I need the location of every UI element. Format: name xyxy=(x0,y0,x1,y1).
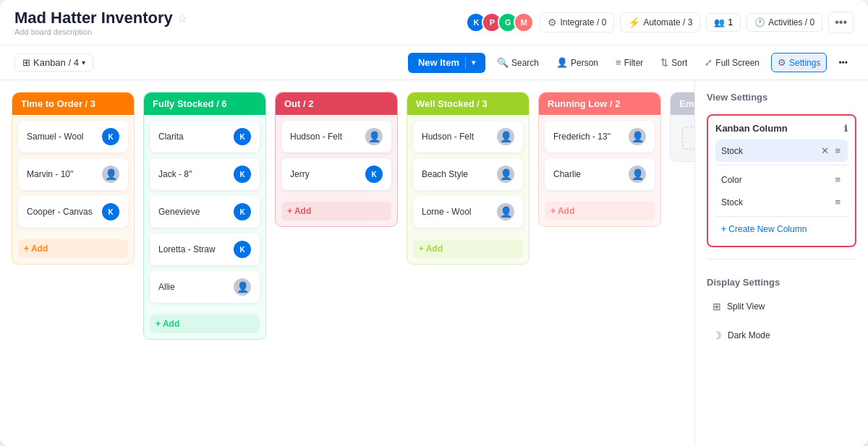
split-view-button[interactable]: ⊞ Split View xyxy=(707,296,856,317)
column-body-time-to-order: Samuel - Wool K Marvin - 10" 👤 Cooper - … xyxy=(12,115,134,233)
card-lorne-wool[interactable]: Lorne - Wool 👤 xyxy=(413,196,523,228)
card-beach-style[interactable]: Beach Style 👤 xyxy=(413,158,523,190)
star-icon[interactable]: ☆ xyxy=(177,12,187,25)
column-item-actions: ≡ xyxy=(833,195,842,209)
card-name: Charlie xyxy=(553,169,629,179)
column-empty: Empty / 0 + Add xyxy=(670,92,694,162)
activities-button[interactable]: 🕐 Activities / 0 xyxy=(746,13,822,32)
card-name: Frederich - 13" xyxy=(553,132,629,142)
separator xyxy=(707,259,856,260)
card-charlie[interactable]: Charlie 👤 xyxy=(545,158,655,190)
sort-button[interactable]: ⇅ Sort xyxy=(655,53,693,72)
separator xyxy=(715,165,848,166)
column-item-actions: ≡ xyxy=(833,173,842,186)
board-description[interactable]: Add board description xyxy=(14,27,457,36)
card-jack[interactable]: Jack - 8" K xyxy=(150,158,260,190)
column-item-stock-2[interactable]: Stock ≡ xyxy=(715,191,848,213)
column-header-time-to-order: Time to Order / 3 xyxy=(12,93,134,115)
search-icon: 🔍 xyxy=(497,57,509,68)
column-body-running-low: Frederich - 13" 👤 Charlie 👤 xyxy=(539,115,660,196)
people-button[interactable]: 👥 1 xyxy=(706,13,741,32)
add-card-button[interactable]: + Add xyxy=(413,239,523,258)
integrate-button[interactable]: ⚙ Integrate / 0 xyxy=(540,12,614,33)
column-title: Well Stocked / 3 xyxy=(416,98,488,109)
toolbar: ⊞ Kanban / 4 ▾ New Item ▾ 🔍 Search 👤 Per… xyxy=(0,46,868,80)
settings-panel: View Settings Kanban Column ℹ Stock ✕ ≡ … xyxy=(694,80,868,446)
column-header-out: Out / 2 xyxy=(276,93,397,115)
add-card-button[interactable]: + Add xyxy=(281,202,391,220)
page-title: Mad Hatter Inventory xyxy=(14,9,173,27)
header-more-button[interactable]: ••• xyxy=(828,12,854,33)
card-samuel-wool[interactable]: Samuel - Wool K xyxy=(18,121,128,153)
drag-handle-icon[interactable]: ≡ xyxy=(833,173,842,186)
column-header-fully-stocked: Fully Stocked / 6 xyxy=(144,93,265,115)
board-area: Time to Order / 3 Samuel - Wool K Marvin… xyxy=(0,80,868,446)
filter-button[interactable]: ≡ Filter xyxy=(610,53,649,72)
column-item-name: Stock xyxy=(721,197,833,207)
header: Mad Hatter Inventory ☆ Add board descrip… xyxy=(0,0,868,46)
drag-handle-icon[interactable]: ≡ xyxy=(833,195,842,209)
card-name: Loretta - Straw xyxy=(158,244,234,254)
automate-icon: ⚡ xyxy=(628,17,640,28)
split-view-icon: ⊞ xyxy=(712,301,721,312)
column-item-name: Color xyxy=(721,175,833,185)
automate-button[interactable]: ⚡ Automate / 3 xyxy=(620,12,700,33)
new-item-button[interactable]: New Item ▾ xyxy=(408,53,485,73)
card-allie[interactable]: Allie 👤 xyxy=(150,271,260,303)
avatar: K xyxy=(365,166,383,183)
column-time-to-order: Time to Order / 3 Samuel - Wool K Marvin… xyxy=(12,92,135,265)
card-name: Jerry xyxy=(290,169,365,179)
add-card-button[interactable]: + Add xyxy=(545,202,655,220)
avatar: K xyxy=(102,203,119,220)
avatar: 👤 xyxy=(497,128,514,145)
card-loretta-straw[interactable]: Loretta - Straw K xyxy=(150,233,260,265)
search-button[interactable]: 🔍 Search xyxy=(491,53,545,72)
person-button[interactable]: 👤 Person xyxy=(550,53,604,72)
card-hudson-felt-well[interactable]: Hudson - Felt 👤 xyxy=(413,121,523,153)
toolbar-more-button[interactable]: ••• xyxy=(833,54,854,72)
card-name: Samuel - Wool xyxy=(27,132,102,142)
avatar: K xyxy=(234,241,251,258)
activities-icon: 🕐 xyxy=(754,17,765,27)
drag-handle-icon[interactable]: ≡ xyxy=(833,144,842,158)
app-container: Mad Hatter Inventory ☆ Add board descrip… xyxy=(0,0,868,446)
column-item-color[interactable]: Color ≡ xyxy=(715,168,848,191)
column-footer-running-low: + Add xyxy=(539,196,660,226)
settings-icon: ⚙ xyxy=(778,57,786,68)
display-settings-title: Display Settings xyxy=(707,277,856,288)
card-marvin[interactable]: Marvin - 10" 👤 xyxy=(18,158,128,190)
column-footer-well-stocked: + Add xyxy=(407,233,529,264)
create-new-column-button[interactable]: + Create New Column xyxy=(715,220,848,239)
avatar: 👤 xyxy=(102,166,119,183)
column-title: Out / 2 xyxy=(284,98,313,109)
dark-mode-button[interactable]: ☽ Dark Mode xyxy=(707,325,856,346)
card-cooper-canvas[interactable]: Cooper - Canvas K xyxy=(18,196,128,228)
sort-icon: ⇅ xyxy=(660,57,668,68)
chevron-down-icon: ▾ xyxy=(472,59,475,67)
fullscreen-button[interactable]: ⤢ Full Screen xyxy=(699,53,765,72)
empty-add-button[interactable]: + Add xyxy=(682,126,694,150)
close-icon[interactable]: ✕ xyxy=(820,144,830,158)
column-item-name: Stock xyxy=(721,146,820,156)
header-left: Mad Hatter Inventory ☆ Add board descrip… xyxy=(14,9,457,36)
settings-button[interactable]: ⚙ Settings xyxy=(771,53,827,72)
column-item-stock-active[interactable]: Stock ✕ ≡ xyxy=(715,140,848,162)
card-name: Allie xyxy=(158,282,234,292)
kanban-selector[interactable]: ⊞ Kanban / 4 ▾ xyxy=(14,53,93,72)
avatar: K xyxy=(234,203,251,220)
add-card-button[interactable]: + Add xyxy=(150,314,260,333)
column-body-fully-stocked: Clarita K Jack - 8" K Genevieve K Lorett… xyxy=(144,115,265,309)
column-out: Out / 2 Hudson - Felt 👤 Jerry K + Add xyxy=(275,92,398,227)
card-jerry[interactable]: Jerry K xyxy=(281,158,391,190)
add-card-button[interactable]: + Add xyxy=(18,239,128,258)
card-genevieve[interactable]: Genevieve K xyxy=(150,196,260,228)
card-hudson-felt-out[interactable]: Hudson - Felt 👤 xyxy=(281,121,391,153)
info-icon[interactable]: ℹ xyxy=(844,124,848,134)
card-clarita[interactable]: Clarita K xyxy=(150,121,260,153)
card-name: Hudson - Felt xyxy=(290,132,365,142)
card-name: Beach Style xyxy=(422,169,497,179)
avatar-group: K P G M xyxy=(466,12,534,33)
card-frederich[interactable]: Frederich - 13" 👤 xyxy=(545,121,655,153)
card-name: Clarita xyxy=(158,132,234,142)
separator xyxy=(715,216,848,217)
